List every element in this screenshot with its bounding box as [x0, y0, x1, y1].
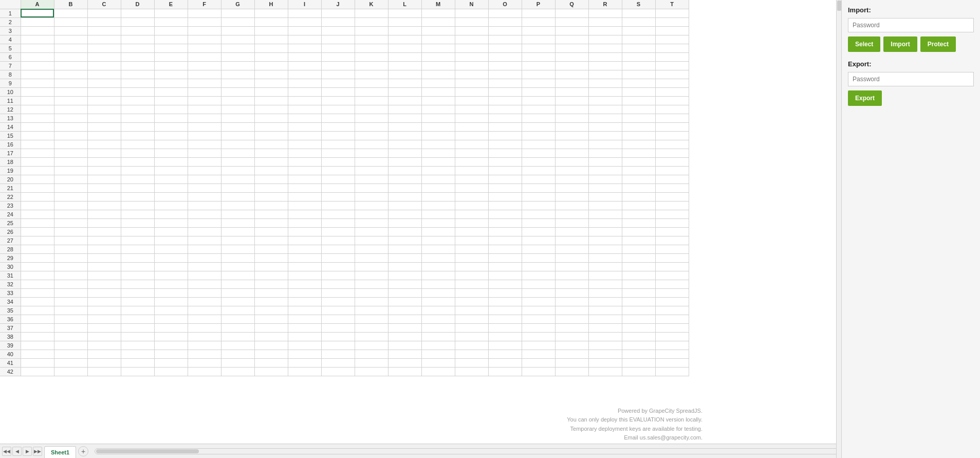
cell-M1[interactable]: [421, 9, 455, 17]
cell-D11[interactable]: [121, 96, 154, 105]
cell-P40[interactable]: [522, 350, 555, 358]
cell-N42[interactable]: [455, 367, 488, 376]
cell-H41[interactable]: [254, 358, 288, 367]
cell-R29[interactable]: [588, 253, 622, 262]
cell-I26[interactable]: [288, 227, 321, 236]
cell-G11[interactable]: [221, 96, 254, 105]
cell-I23[interactable]: [288, 201, 321, 210]
cell-A31[interactable]: [21, 271, 54, 280]
cell-L42[interactable]: [388, 367, 421, 376]
cell-K23[interactable]: [355, 201, 388, 210]
cell-Q20[interactable]: [555, 175, 588, 184]
cell-E7[interactable]: [154, 61, 188, 70]
cell-I20[interactable]: [288, 175, 321, 184]
cell-I12[interactable]: [288, 105, 321, 114]
cell-M27[interactable]: [421, 236, 455, 245]
cell-N39[interactable]: [455, 341, 488, 350]
cell-O34[interactable]: [488, 297, 522, 306]
cell-N12[interactable]: [455, 105, 488, 114]
cell-F35[interactable]: [188, 306, 221, 315]
cell-J4[interactable]: [321, 35, 355, 44]
cell-I32[interactable]: [288, 280, 321, 288]
cell-S1[interactable]: [622, 9, 655, 17]
cell-P5[interactable]: [522, 44, 555, 52]
cell-H19[interactable]: [254, 166, 288, 175]
cell-B39[interactable]: [54, 341, 87, 350]
cell-E27[interactable]: [154, 236, 188, 245]
cell-A16[interactable]: [21, 140, 54, 149]
cell-N22[interactable]: [455, 192, 488, 201]
cell-P39[interactable]: [522, 341, 555, 350]
cell-I29[interactable]: [288, 253, 321, 262]
cell-P3[interactable]: [522, 26, 555, 35]
cell-J17[interactable]: [321, 149, 355, 157]
cell-G30[interactable]: [221, 262, 254, 271]
cell-F29[interactable]: [188, 253, 221, 262]
cell-K36[interactable]: [355, 315, 388, 323]
cell-L11[interactable]: [388, 96, 421, 105]
cell-B2[interactable]: [54, 17, 87, 26]
cell-O6[interactable]: [488, 52, 522, 61]
export-password-input[interactable]: [848, 72, 974, 86]
cell-Q11[interactable]: [555, 96, 588, 105]
cell-F4[interactable]: [188, 35, 221, 44]
cell-G1[interactable]: [221, 9, 254, 17]
cell-F27[interactable]: [188, 236, 221, 245]
cell-N34[interactable]: [455, 297, 488, 306]
cell-H34[interactable]: [254, 297, 288, 306]
cell-L13[interactable]: [388, 114, 421, 122]
cell-T9[interactable]: [655, 79, 689, 87]
cell-F32[interactable]: [188, 280, 221, 288]
cell-R32[interactable]: [588, 280, 622, 288]
cell-G6[interactable]: [221, 52, 254, 61]
cell-P15[interactable]: [522, 131, 555, 140]
cell-C35[interactable]: [87, 306, 121, 315]
cell-S2[interactable]: [622, 17, 655, 26]
cell-T32[interactable]: [655, 280, 689, 288]
cell-M14[interactable]: [421, 122, 455, 131]
cell-R34[interactable]: [588, 297, 622, 306]
cell-Q14[interactable]: [555, 122, 588, 131]
sheet-tab-sheet1[interactable]: Sheet1: [44, 446, 76, 459]
cell-D19[interactable]: [121, 166, 154, 175]
cell-N38[interactable]: [455, 332, 488, 341]
cell-D39[interactable]: [121, 341, 154, 350]
cell-R28[interactable]: [588, 245, 622, 253]
cell-K41[interactable]: [355, 358, 388, 367]
cell-C4[interactable]: [87, 35, 121, 44]
cell-O8[interactable]: [488, 70, 522, 79]
cell-G13[interactable]: [221, 114, 254, 122]
cell-K12[interactable]: [355, 105, 388, 114]
cell-M10[interactable]: [421, 87, 455, 96]
cell-I39[interactable]: [288, 341, 321, 350]
cell-N41[interactable]: [455, 358, 488, 367]
cell-P31[interactable]: [522, 271, 555, 280]
cell-F15[interactable]: [188, 131, 221, 140]
cell-Q24[interactable]: [555, 210, 588, 218]
cell-N9[interactable]: [455, 79, 488, 87]
cell-G8[interactable]: [221, 70, 254, 79]
cell-L30[interactable]: [388, 262, 421, 271]
cell-J23[interactable]: [321, 201, 355, 210]
cell-G2[interactable]: [221, 17, 254, 26]
cell-N27[interactable]: [455, 236, 488, 245]
cell-A26[interactable]: [21, 227, 54, 236]
cell-K30[interactable]: [355, 262, 388, 271]
cell-M9[interactable]: [421, 79, 455, 87]
cell-L6[interactable]: [388, 52, 421, 61]
cell-L7[interactable]: [388, 61, 421, 70]
cell-B10[interactable]: [54, 87, 87, 96]
cell-H12[interactable]: [254, 105, 288, 114]
cell-L12[interactable]: [388, 105, 421, 114]
cell-I30[interactable]: [288, 262, 321, 271]
cell-P42[interactable]: [522, 367, 555, 376]
cell-M31[interactable]: [421, 271, 455, 280]
cell-P23[interactable]: [522, 201, 555, 210]
cell-R1[interactable]: [588, 9, 622, 17]
cell-G35[interactable]: [221, 306, 254, 315]
cell-L10[interactable]: [388, 87, 421, 96]
cell-S37[interactable]: [622, 323, 655, 332]
cell-I1[interactable]: [288, 9, 321, 17]
cell-D41[interactable]: [121, 358, 154, 367]
cell-M20[interactable]: [421, 175, 455, 184]
